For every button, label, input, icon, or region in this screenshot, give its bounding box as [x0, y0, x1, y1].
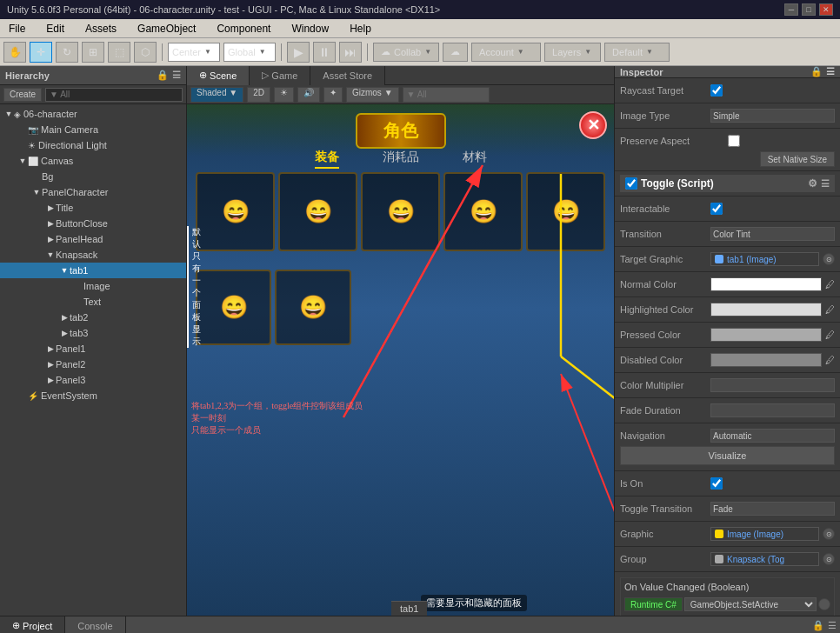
audio-button[interactable]: 🔊 — [297, 87, 320, 103]
runtime-c-button[interactable]: Runtime C# — [624, 597, 683, 611]
transition-dropdown[interactable]: Color Tint — [710, 227, 835, 241]
tree-item-root[interactable]: ▼ ◈ 06-character — [0, 106, 186, 122]
transform-tool[interactable]: ⬡ — [134, 42, 157, 63]
tree-item-panel3[interactable]: ▶ Panel3 — [0, 372, 186, 388]
global-dropdown[interactable]: Global ▼ — [223, 43, 276, 62]
pause-button[interactable]: ⏸ — [313, 42, 336, 63]
tree-item-panel1[interactable]: ▶ Panel1 — [0, 341, 186, 356]
toggle-menu-icon[interactable]: ☰ — [821, 178, 830, 190]
interactable-checkbox[interactable] — [710, 203, 723, 215]
rect-tool[interactable]: ⬚ — [108, 42, 130, 63]
target-graphic-picker[interactable]: ⊙ — [823, 253, 835, 265]
disabled-color-eyedropper[interactable]: 🖊 — [825, 355, 835, 365]
layers-button[interactable]: Layers ▼ — [544, 43, 601, 62]
tab-scene[interactable]: ⊕ Scene — [187, 66, 250, 85]
graphic-field[interactable]: Image (Image) — [710, 527, 819, 541]
item-slot-4[interactable]: 😄 — [443, 172, 523, 251]
tree-item-title[interactable]: ▶ Title — [0, 200, 186, 216]
highlighted-color-picker[interactable] — [710, 303, 822, 316]
color-multiplier-input[interactable]: 1 — [710, 378, 835, 392]
menu-window[interactable]: Window — [286, 21, 334, 37]
rotate-tool[interactable]: ↻ — [56, 42, 78, 63]
tree-item-tab1[interactable]: ▼ tab1 — [0, 263, 186, 278]
inspector-menu-icon[interactable]: ☰ — [826, 66, 835, 77]
item-slot-5[interactable]: 😄 — [526, 172, 605, 251]
set-native-size-button[interactable]: Set Native Size — [760, 151, 835, 167]
game-tab-consumable[interactable]: 消耗品 — [383, 150, 419, 169]
item-slot-2[interactable]: 😄 — [278, 172, 357, 251]
collab-button[interactable]: ☁ Collab ▼ — [373, 43, 439, 62]
tree-item-directionallight[interactable]: ☀ Directional Light — [0, 137, 186, 153]
bottom-menu-icon[interactable]: ☰ — [828, 620, 837, 631]
preserve-aspect-checkbox[interactable] — [728, 135, 740, 147]
highlighted-color-eyedropper[interactable]: 🖊 — [825, 304, 835, 315]
menu-help[interactable]: Help — [344, 21, 377, 37]
hand-tool[interactable]: ✋ — [3, 42, 26, 63]
inspector-lock-icon[interactable]: 🔒 — [810, 66, 823, 77]
group-picker[interactable]: ⊙ — [823, 553, 835, 565]
tree-item-tab3[interactable]: ▶ tab3 — [0, 325, 186, 341]
tree-item-buttonclose[interactable]: ▶ ButtonClose — [0, 216, 186, 231]
shading-dropdown[interactable]: Shaded ▼ — [190, 87, 243, 103]
tab-project[interactable]: ⊕ Project — [0, 616, 65, 634]
navigation-dropdown[interactable]: Automatic — [710, 429, 835, 443]
pressed-color-picker[interactable] — [710, 328, 822, 342]
close-button[interactable]: ✕ — [819, 3, 833, 16]
menu-file[interactable]: File — [3, 21, 30, 37]
game-tab-equip[interactable]: 装备 — [315, 150, 339, 169]
move-tool[interactable]: ✛ — [30, 42, 52, 63]
tree-item-eventsystem[interactable]: ⚡ EventSystem — [0, 388, 186, 403]
hierarchy-create-button[interactable]: Create — [3, 88, 42, 102]
scene-search-input[interactable] — [403, 87, 490, 103]
tree-item-bg[interactable]: Bg — [0, 169, 186, 184]
hierarchy-menu-icon[interactable]: ☰ — [172, 70, 181, 81]
cloud-button[interactable]: ☁ — [443, 43, 468, 62]
window-controls[interactable]: ─ □ ✕ — [784, 3, 833, 16]
scene-view[interactable]: 角色 ✕ 装备 消耗品 材料 😄 — [187, 104, 614, 616]
hierarchy-lock-icon[interactable]: 🔒 — [157, 70, 169, 81]
fx-button[interactable]: ✦ — [323, 87, 343, 103]
disabled-color-picker[interactable] — [710, 353, 822, 367]
normal-color-picker[interactable] — [710, 277, 822, 291]
minimize-button[interactable]: ─ — [784, 3, 798, 16]
is-on-checkbox[interactable] — [710, 477, 723, 490]
tree-item-panel2[interactable]: ▶ Panel2 — [0, 356, 186, 372]
item-slot-6[interactable]: 😄 — [196, 270, 271, 345]
step-button[interactable]: ⏭ — [339, 42, 362, 63]
tree-item-canvas[interactable]: ▼ ⬜ Canvas — [0, 153, 186, 169]
menu-component[interactable]: Component — [211, 21, 276, 37]
bottom-lock-icon[interactable]: 🔒 — [812, 620, 824, 631]
2d-button[interactable]: 2D — [247, 87, 270, 103]
raycast-target-checkbox[interactable] — [710, 84, 723, 97]
tab-asset-store[interactable]: Asset Store — [310, 66, 385, 85]
visualize-button[interactable]: Visualize — [620, 446, 835, 465]
graphic-picker[interactable]: ⊙ — [823, 528, 835, 540]
game-close-button[interactable]: ✕ — [579, 111, 607, 139]
maximize-button[interactable]: □ — [802, 3, 816, 16]
group-field[interactable]: Knapsack (Tog — [710, 552, 819, 566]
toggle-transition-dropdown[interactable]: Fade — [710, 502, 835, 516]
tree-item-image[interactable]: Image — [0, 278, 186, 294]
menu-assets[interactable]: Assets — [80, 21, 122, 37]
item-slot-3[interactable]: 😄 — [361, 172, 440, 251]
play-button[interactable]: ▶ — [287, 42, 310, 63]
target-graphic-field[interactable]: tab1 (Image) — [710, 252, 819, 266]
toggle-enabled-checkbox[interactable] — [625, 177, 637, 190]
tree-item-text[interactable]: Text — [0, 294, 186, 310]
pressed-color-eyedropper[interactable]: 🖊 — [825, 330, 835, 340]
default-button[interactable]: Default ▼ — [604, 43, 670, 62]
item-slot-7[interactable]: 😄 — [275, 270, 350, 345]
fade-duration-input[interactable]: 0.1 — [710, 403, 835, 417]
tree-item-panelhead[interactable]: ▶ PanelHead — [0, 231, 186, 247]
gizmos-button[interactable]: Gizmos ▼ — [346, 87, 399, 103]
account-button[interactable]: Account ▼ — [471, 43, 541, 62]
lighting-button[interactable]: ☀ — [274, 87, 294, 103]
tree-item-maincamera[interactable]: 📷 Main Camera — [0, 122, 186, 137]
tab-game[interactable]: ▷ Game — [250, 66, 310, 85]
game-tab-material[interactable]: 材料 — [463, 150, 487, 169]
menu-edit[interactable]: Edit — [41, 21, 70, 37]
normal-color-eyedropper[interactable]: 🖊 — [825, 279, 835, 290]
toggle-gear-icon[interactable]: ⚙ — [808, 177, 817, 190]
tree-item-knapsack[interactable]: ▼ Knapsack — [0, 247, 186, 263]
tree-item-panelcharacter[interactable]: ▼ PanelCharacter — [0, 184, 186, 200]
